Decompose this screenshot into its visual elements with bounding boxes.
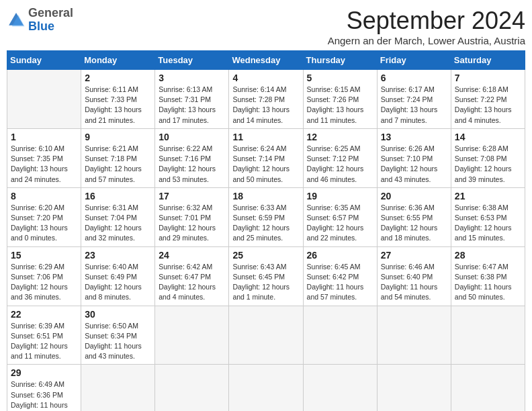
cell-info: Sunrise: 6:21 AM Sunset: 7:18 PM Dayligh…	[85, 144, 151, 185]
cell-info: Sunrise: 6:24 AM Sunset: 7:14 PM Dayligh…	[232, 144, 299, 185]
calendar-cell: 24Sunrise: 6:42 AM Sunset: 6:47 PM Dayli…	[155, 246, 229, 306]
cell-info: Sunrise: 6:42 AM Sunset: 6:47 PM Dayligh…	[159, 262, 225, 303]
calendar-body: 2Sunrise: 6:11 AM Sunset: 7:33 PM Daylig…	[7, 70, 525, 412]
calendar-week-2: 1Sunrise: 6:10 AM Sunset: 7:35 PM Daylig…	[7, 128, 525, 187]
calendar-cell	[377, 365, 451, 411]
calendar-cell: 16Sunrise: 6:31 AM Sunset: 7:04 PM Dayli…	[81, 187, 155, 246]
day-number: 11	[232, 132, 299, 142]
calendar-cell: 7Sunrise: 6:18 AM Sunset: 7:22 PM Daylig…	[451, 70, 525, 129]
day-number: 7	[455, 73, 521, 83]
day-number: 18	[232, 191, 299, 201]
day-number: 17	[159, 191, 225, 201]
calendar-cell: 28Sunrise: 6:47 AM Sunset: 6:38 PM Dayli…	[451, 246, 525, 306]
day-number: 3	[159, 73, 225, 83]
calendar-cell	[303, 365, 377, 411]
day-number: 28	[455, 250, 521, 261]
calendar-cell: 30Sunrise: 6:50 AM Sunset: 6:34 PM Dayli…	[81, 306, 155, 365]
cell-info: Sunrise: 6:31 AM Sunset: 7:04 PM Dayligh…	[85, 203, 151, 244]
calendar-cell	[229, 306, 303, 365]
calendar-cell: 12Sunrise: 6:25 AM Sunset: 7:12 PM Dayli…	[303, 128, 377, 187]
calendar-cell: 4Sunrise: 6:14 AM Sunset: 7:28 PM Daylig…	[229, 70, 303, 129]
calendar-cell	[7, 70, 81, 129]
calendar-cell: 29Sunrise: 6:49 AM Sunset: 6:36 PM Dayli…	[7, 365, 81, 411]
calendar-cell: 8Sunrise: 6:20 AM Sunset: 7:20 PM Daylig…	[7, 187, 81, 246]
day-number: 20	[381, 191, 447, 201]
calendar-cell	[81, 365, 155, 411]
weekday-header-tuesday: Tuesday	[155, 51, 229, 70]
calendar-week-1: 2Sunrise: 6:11 AM Sunset: 7:33 PM Daylig…	[7, 70, 525, 129]
logo-general: General	[28, 6, 73, 19]
calendar-cell	[155, 306, 229, 365]
cell-info: Sunrise: 6:28 AM Sunset: 7:08 PM Dayligh…	[455, 144, 521, 185]
calendar-cell: 9Sunrise: 6:21 AM Sunset: 7:18 PM Daylig…	[81, 128, 155, 187]
calendar-cell	[451, 365, 525, 411]
day-number: 29	[11, 367, 77, 378]
calendar-cell: 21Sunrise: 6:38 AM Sunset: 6:53 PM Dayli…	[451, 187, 525, 246]
calendar-cell: 22Sunrise: 6:39 AM Sunset: 6:51 PM Dayli…	[7, 306, 81, 365]
cell-info: Sunrise: 6:10 AM Sunset: 7:35 PM Dayligh…	[11, 144, 77, 185]
day-number: 25	[232, 250, 299, 261]
logo-icon	[7, 11, 26, 30]
calendar-cell: 3Sunrise: 6:13 AM Sunset: 7:31 PM Daylig…	[155, 70, 229, 129]
cell-info: Sunrise: 6:22 AM Sunset: 7:16 PM Dayligh…	[159, 144, 225, 185]
calendar-week-6: 29Sunrise: 6:49 AM Sunset: 6:36 PM Dayli…	[7, 365, 525, 411]
logo-text: General Blue	[28, 7, 73, 34]
logo: General Blue	[7, 7, 73, 34]
day-number: 14	[455, 132, 521, 142]
calendar-cell: 13Sunrise: 6:26 AM Sunset: 7:10 PM Dayli…	[377, 128, 451, 187]
cell-info: Sunrise: 6:49 AM Sunset: 6:36 PM Dayligh…	[11, 379, 77, 411]
calendar-cell: 6Sunrise: 6:17 AM Sunset: 7:24 PM Daylig…	[377, 70, 451, 129]
calendar-cell	[451, 306, 525, 365]
cell-info: Sunrise: 6:39 AM Sunset: 6:51 PM Dayligh…	[11, 321, 77, 362]
cell-info: Sunrise: 6:38 AM Sunset: 6:53 PM Dayligh…	[455, 203, 521, 244]
calendar-week-4: 15Sunrise: 6:29 AM Sunset: 7:06 PM Dayli…	[7, 246, 525, 306]
cell-info: Sunrise: 6:26 AM Sunset: 7:10 PM Dayligh…	[381, 144, 447, 185]
day-number: 13	[381, 132, 447, 142]
cell-info: Sunrise: 6:40 AM Sunset: 6:49 PM Dayligh…	[85, 262, 151, 303]
calendar-cell: 17Sunrise: 6:32 AM Sunset: 7:01 PM Dayli…	[155, 187, 229, 246]
cell-info: Sunrise: 6:25 AM Sunset: 7:12 PM Dayligh…	[307, 144, 373, 185]
calendar-table: SundayMondayTuesdayWednesdayThursdayFrid…	[7, 50, 525, 411]
day-number: 23	[85, 250, 151, 261]
cell-info: Sunrise: 6:35 AM Sunset: 6:57 PM Dayligh…	[307, 203, 373, 244]
day-number: 2	[85, 73, 151, 83]
weekday-header-monday: Monday	[81, 51, 155, 70]
cell-info: Sunrise: 6:45 AM Sunset: 6:42 PM Dayligh…	[307, 262, 373, 303]
weekday-header-wednesday: Wednesday	[229, 51, 303, 70]
day-number: 19	[307, 191, 373, 201]
day-number: 4	[232, 73, 299, 83]
weekday-header-saturday: Saturday	[451, 51, 525, 70]
day-number: 26	[307, 250, 373, 261]
header-row: SundayMondayTuesdayWednesdayThursdayFrid…	[7, 51, 525, 70]
cell-info: Sunrise: 6:18 AM Sunset: 7:22 PM Dayligh…	[455, 85, 521, 126]
calendar-cell: 10Sunrise: 6:22 AM Sunset: 7:16 PM Dayli…	[155, 128, 229, 187]
weekday-header-friday: Friday	[377, 51, 451, 70]
calendar-cell: 19Sunrise: 6:35 AM Sunset: 6:57 PM Dayli…	[303, 187, 377, 246]
day-number: 30	[85, 309, 151, 320]
day-number: 5	[307, 73, 373, 83]
cell-info: Sunrise: 6:11 AM Sunset: 7:33 PM Dayligh…	[85, 85, 151, 126]
calendar-cell	[377, 306, 451, 365]
logo-blue: Blue	[28, 19, 54, 33]
day-number: 22	[11, 309, 77, 320]
calendar-cell: 14Sunrise: 6:28 AM Sunset: 7:08 PM Dayli…	[451, 128, 525, 187]
day-number: 21	[455, 191, 521, 201]
day-number: 8	[11, 191, 77, 201]
cell-info: Sunrise: 6:46 AM Sunset: 6:40 PM Dayligh…	[381, 262, 447, 303]
title-block: September 2024 Angern an der March, Lowe…	[328, 7, 525, 46]
cell-info: Sunrise: 6:43 AM Sunset: 6:45 PM Dayligh…	[232, 262, 299, 303]
cell-info: Sunrise: 6:15 AM Sunset: 7:26 PM Dayligh…	[307, 85, 373, 126]
calendar-cell: 18Sunrise: 6:33 AM Sunset: 6:59 PM Dayli…	[229, 187, 303, 246]
cell-info: Sunrise: 6:20 AM Sunset: 7:20 PM Dayligh…	[11, 203, 77, 244]
weekday-header-thursday: Thursday	[303, 51, 377, 70]
cell-info: Sunrise: 6:13 AM Sunset: 7:31 PM Dayligh…	[159, 85, 225, 126]
weekday-header-sunday: Sunday	[7, 51, 81, 70]
calendar-header: SundayMondayTuesdayWednesdayThursdayFrid…	[7, 51, 525, 70]
calendar-cell: 5Sunrise: 6:15 AM Sunset: 7:26 PM Daylig…	[303, 70, 377, 129]
day-number: 16	[85, 191, 151, 201]
cell-info: Sunrise: 6:14 AM Sunset: 7:28 PM Dayligh…	[232, 85, 299, 126]
cell-info: Sunrise: 6:50 AM Sunset: 6:34 PM Dayligh…	[85, 321, 151, 362]
calendar-week-3: 8Sunrise: 6:20 AM Sunset: 7:20 PM Daylig…	[7, 187, 525, 246]
day-number: 27	[381, 250, 447, 261]
calendar-cell: 26Sunrise: 6:45 AM Sunset: 6:42 PM Dayli…	[303, 246, 377, 306]
